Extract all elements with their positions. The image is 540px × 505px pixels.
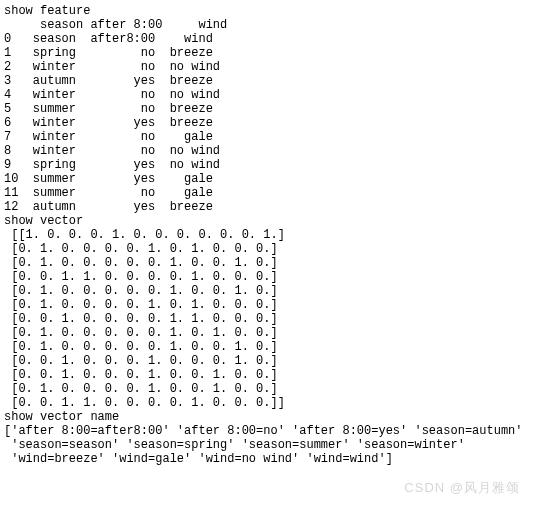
matrix-row: [0. 0. 1. 1. 0. 0. 0. 0. 1. 0. 0. 0.]]	[4, 396, 285, 410]
matrix-row: [0. 1. 0. 0. 0. 0. 1. 0. 1. 0. 0. 0.]	[4, 242, 278, 256]
matrix-row: [0. 0. 1. 1. 0. 0. 0. 0. 1. 0. 0. 0.]	[4, 270, 278, 284]
heading-show-vector-name: show vector name	[4, 410, 119, 424]
names-line: 'season=season' 'season=spring' 'season=…	[4, 438, 465, 452]
matrix-row: [0. 1. 0. 0. 0. 0. 1. 0. 1. 0. 0. 0.]	[4, 298, 278, 312]
matrix-row: [0. 1. 0. 0. 0. 0. 0. 1. 0. 1. 0. 0.]	[4, 326, 278, 340]
heading-show-feature: show feature	[4, 4, 90, 18]
table-row: 11 summer no gale	[4, 186, 213, 200]
matrix-row: [0. 0. 1. 0. 0. 0. 1. 0. 0. 0. 1. 0.]	[4, 354, 278, 368]
names-line: ['after 8:00=after8:00' 'after 8:00=no' …	[4, 424, 522, 438]
matrix-row: [[1. 0. 0. 0. 1. 0. 0. 0. 0. 0. 0. 1.]	[4, 228, 285, 242]
table-header: season after 8:00 wind	[4, 18, 227, 32]
table-row: 8 winter no no wind	[4, 144, 220, 158]
matrix-row: [0. 0. 1. 0. 0. 0. 0. 1. 1. 0. 0. 0.]	[4, 312, 278, 326]
names-line: 'wind=breeze' 'wind=gale' 'wind=no wind'…	[4, 452, 393, 466]
matrix-row: [0. 0. 1. 0. 0. 0. 1. 0. 0. 1. 0. 0.]	[4, 368, 278, 382]
table-row: 0 season after8:00 wind	[4, 32, 213, 46]
table-row: 3 autumn yes breeze	[4, 74, 213, 88]
table-row: 7 winter no gale	[4, 130, 213, 144]
table-row: 5 summer no breeze	[4, 102, 213, 116]
matrix-row: [0. 1. 0. 0. 0. 0. 0. 1. 0. 0. 1. 0.]	[4, 340, 278, 354]
matrix-row: [0. 1. 0. 0. 0. 0. 0. 1. 0. 0. 1. 0.]	[4, 284, 278, 298]
heading-show-vector: show vector	[4, 214, 83, 228]
table-row: 4 winter no no wind	[4, 88, 220, 102]
table-row: 2 winter no no wind	[4, 60, 220, 74]
watermark: CSDN @风月雅颂	[404, 481, 520, 495]
table-row: 1 spring no breeze	[4, 46, 213, 60]
table-row: 6 winter yes breeze	[4, 116, 213, 130]
table-row: 10 summer yes gale	[4, 172, 213, 186]
matrix-row: [0. 1. 0. 0. 0. 0. 1. 0. 0. 1. 0. 0.]	[4, 382, 278, 396]
matrix-row: [0. 1. 0. 0. 0. 0. 0. 1. 0. 0. 1. 0.]	[4, 256, 278, 270]
table-row: 12 autumn yes breeze	[4, 200, 213, 214]
table-row: 9 spring yes no wind	[4, 158, 220, 172]
